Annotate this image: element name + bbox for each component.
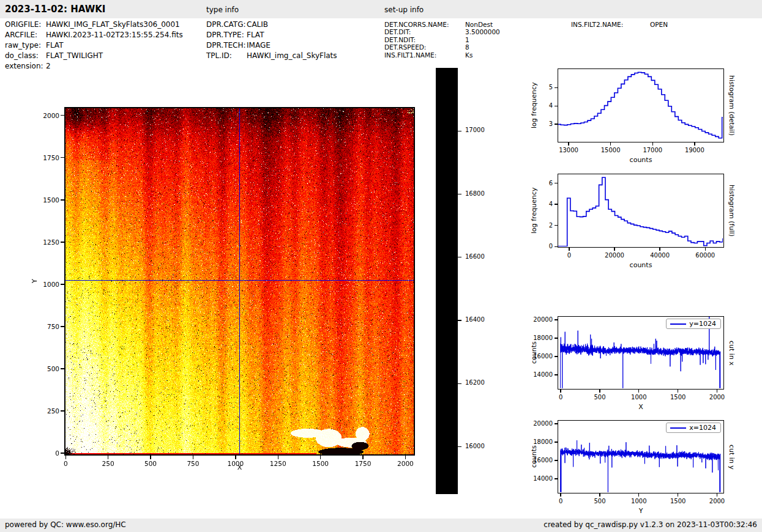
x-tick-label: 15000 <box>589 147 632 153</box>
x-tick <box>610 142 611 146</box>
cut_y-legend: x=1024 <box>666 423 721 433</box>
info-label: DET.NDIT: <box>384 36 416 43</box>
y-tick-label: 4 <box>525 201 553 207</box>
x-tick <box>614 248 614 251</box>
y-tick-label: 14000 <box>525 475 553 482</box>
hist-full-side-label: histogram (full) <box>728 170 736 251</box>
y-tick <box>555 441 558 442</box>
info-label: TPL.ID: <box>206 51 232 60</box>
x-tick-label: 1000 <box>618 498 660 504</box>
colorbar-tick-label: 16400 <box>465 316 485 323</box>
info-label: INS.FILT1.NAME: <box>384 51 436 59</box>
y-tick <box>61 453 64 453</box>
legend-label: y=1024 <box>689 320 716 328</box>
x-tick <box>108 456 108 459</box>
cut-x-side-label: cut in x <box>728 316 736 390</box>
info-label: ORIGFILE: <box>5 20 41 29</box>
info-value: OPEN <box>650 21 668 28</box>
colorbar-tick-label: 16000 <box>465 443 485 449</box>
y-tick-label: 18000 <box>525 334 553 341</box>
info-value: 8 <box>465 43 469 51</box>
cut_x-legend: y=1024 <box>666 319 721 329</box>
y-tick <box>555 374 558 375</box>
y-tick <box>555 460 558 460</box>
y-tick-label: 6 <box>525 180 553 187</box>
y-tick <box>61 284 64 284</box>
info-value: FLAT <box>46 41 63 50</box>
y-tick-label: 16000 <box>525 457 553 464</box>
colorbar-tick-label: 16200 <box>465 379 485 386</box>
x-tick-label: 13000 <box>547 147 590 153</box>
y-tick <box>555 338 558 338</box>
x-tick <box>599 493 600 497</box>
info-value: FLAT <box>247 31 264 39</box>
info-value: CALIB <box>247 20 268 29</box>
colorbar-tick <box>458 131 461 131</box>
y-tick <box>555 204 558 204</box>
y-tick-label: 20000 <box>525 420 553 427</box>
hist-detail-ylabel: log frequency <box>530 68 538 142</box>
x-tick <box>560 390 561 393</box>
y-tick-label: 2 <box>525 222 553 229</box>
x-tick <box>278 456 278 459</box>
info-value: 1 <box>465 36 469 43</box>
hist-full-ylabel: log frequency <box>530 174 538 248</box>
x-tick <box>705 248 706 251</box>
x-tick <box>320 456 321 459</box>
cut_x-xaxis-label: X <box>558 403 724 411</box>
x-tick <box>362 456 363 459</box>
cut-y-ylabel: counts <box>530 420 538 493</box>
page-title: 2023-11-02: HAWKI <box>5 0 105 18</box>
info-label: DPR.TECH: <box>206 41 246 50</box>
hist_detail-plot-area <box>558 68 724 142</box>
histogram-detail-plot: 13000150001700019000345counts <box>558 68 724 142</box>
x-tick-label: 500 <box>578 394 621 401</box>
info-label: ARCFILE: <box>5 31 37 39</box>
x-tick-label: 0 <box>539 394 582 401</box>
raw-image-plot-area <box>64 107 415 456</box>
cut-in-x-plot: 050010001500200014000160001800020000Xy=1… <box>558 316 724 390</box>
y-tick <box>555 87 558 88</box>
info-value: FLAT_TWILIGHT <box>46 51 103 60</box>
x-tick-label: 2000 <box>696 394 739 401</box>
y-tick-label: 18000 <box>525 438 553 445</box>
info-value: NonDest <box>465 21 493 28</box>
cut-y-side-label: cut in y <box>728 420 736 493</box>
header-bar <box>0 0 762 18</box>
x-tick-label: 2000 <box>696 498 739 504</box>
x-tick-label: 1000 <box>618 394 660 401</box>
x-tick-label: 0 <box>548 252 591 259</box>
info-label: extension: <box>5 62 43 70</box>
x-tick <box>568 142 569 146</box>
y-tick <box>61 326 64 327</box>
x-tick <box>150 456 151 459</box>
x-tick-label: 0 <box>539 498 582 504</box>
section-title-type-info: type info <box>206 0 239 18</box>
info-value: HAWKI_img_cal_SkyFlats <box>247 51 337 60</box>
qc-report-page: 2023-11-02: HAWKI type info set-up info … <box>0 0 762 532</box>
x-tick-label: 20000 <box>593 252 636 259</box>
crosshair-vertical-line <box>239 108 240 454</box>
x-tick <box>65 456 66 459</box>
info-label: INS.FILT2.NAME: <box>571 21 623 28</box>
colorbar-tick-label: 17000 <box>465 127 485 133</box>
y-tick <box>555 183 558 183</box>
colorbar-tick <box>458 257 461 257</box>
x-tick-label: 17000 <box>631 147 674 153</box>
hist_detail-xaxis-label: counts <box>558 156 724 164</box>
hist_detail-series <box>558 69 723 141</box>
y-tick <box>61 242 64 242</box>
y-tick <box>555 423 558 424</box>
info-label: DET.DIT: <box>384 28 411 35</box>
crosshair-horizontal-line <box>65 280 414 281</box>
y-tick-label: 20000 <box>525 316 553 323</box>
hist_full-series <box>558 174 723 246</box>
y-tick <box>61 410 64 411</box>
y-tick <box>61 368 64 369</box>
x-tick <box>659 248 660 251</box>
info-label: DPR.TYPE: <box>206 31 244 39</box>
x-tick <box>193 456 193 459</box>
x-tick <box>405 456 406 459</box>
y-tick <box>61 115 64 116</box>
x-tick <box>717 390 717 393</box>
